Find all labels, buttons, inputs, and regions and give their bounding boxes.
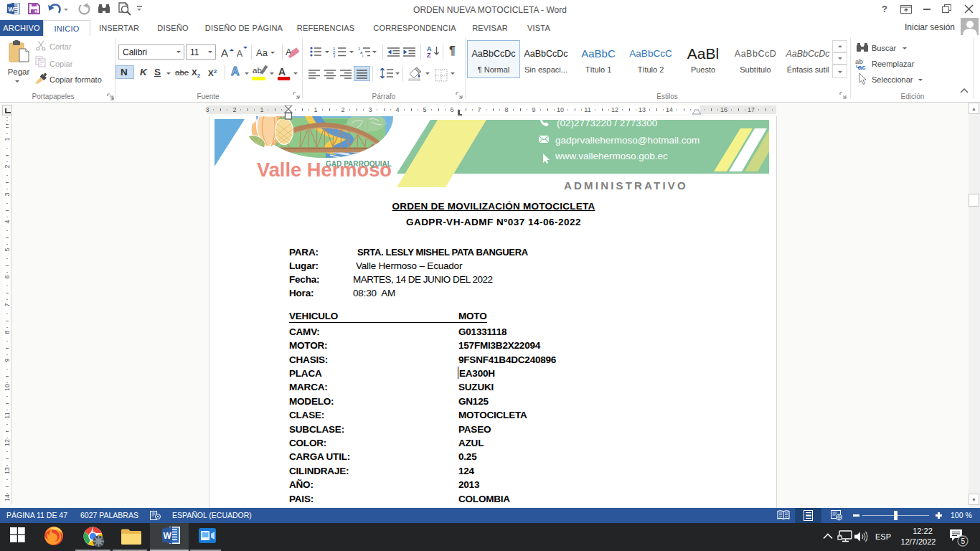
svg-text:W: W <box>8 6 14 13</box>
svg-text:i: i <box>362 54 363 57</box>
svg-text:W: W <box>164 531 172 541</box>
svg-text:5: 5 <box>961 537 966 545</box>
svg-text:3: 3 <box>333 54 336 57</box>
svg-text:ac: ac <box>858 63 866 70</box>
svg-text:Z: Z <box>427 52 431 57</box>
